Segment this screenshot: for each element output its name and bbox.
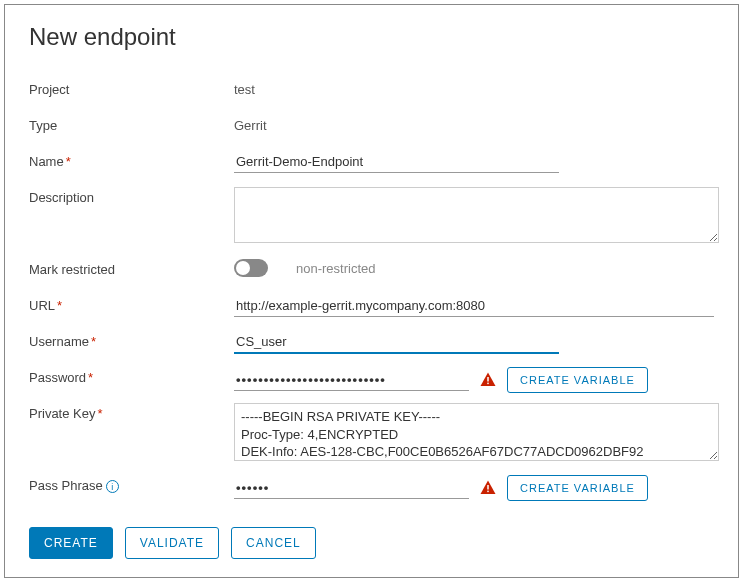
new-endpoint-dialog: New endpoint Project test Type Gerrit Na… [4,4,739,578]
password-input[interactable] [234,369,469,391]
warning-icon [479,371,497,389]
name-input[interactable] [234,151,559,173]
restricted-state-text: non-restricted [296,261,375,276]
dialog-footer: CREATE VALIDATE CANCEL [29,527,316,559]
page-title: New endpoint [29,23,714,51]
pass-phrase-input[interactable] [234,477,469,499]
username-input[interactable] [234,331,559,354]
create-variable-button-passphrase[interactable]: CREATE VARIABLE [507,475,648,501]
pass-phrase-label: Pass Phrasei [29,475,234,493]
private-key-textarea[interactable] [234,403,719,461]
type-value: Gerrit [234,115,267,133]
svg-rect-0 [487,377,489,382]
svg-rect-1 [487,383,489,385]
username-label: Username* [29,331,234,349]
svg-rect-2 [487,485,489,490]
description-label: Description [29,187,234,205]
description-textarea[interactable] [234,187,719,243]
url-input[interactable] [234,295,714,317]
cancel-button[interactable]: CANCEL [231,527,316,559]
validate-button[interactable]: VALIDATE [125,527,219,559]
create-variable-button-password[interactable]: CREATE VARIABLE [507,367,648,393]
restricted-toggle[interactable] [234,259,268,277]
url-label: URL* [29,295,234,313]
info-icon[interactable]: i [106,480,119,493]
private-key-label: Private Key* [29,403,234,421]
create-button[interactable]: CREATE [29,527,113,559]
warning-icon [479,479,497,497]
password-label: Password* [29,367,234,385]
svg-rect-3 [487,491,489,493]
name-label: Name* [29,151,234,169]
project-value: test [234,79,255,97]
type-label: Type [29,115,234,133]
mark-restricted-label: Mark restricted [29,259,234,277]
project-label: Project [29,79,234,97]
